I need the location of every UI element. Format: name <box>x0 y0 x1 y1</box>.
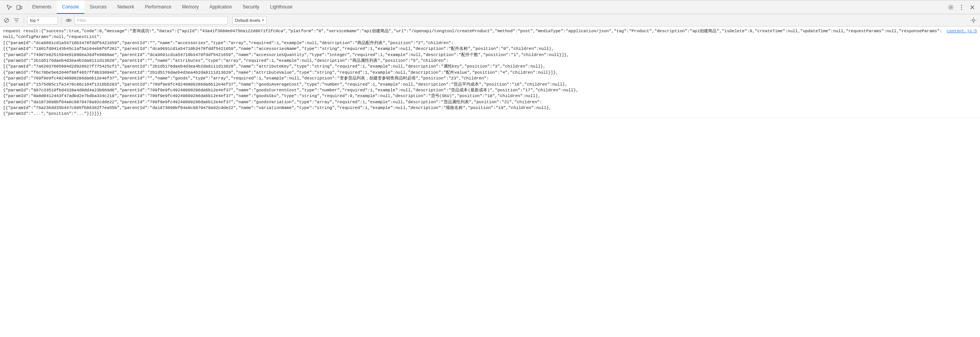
svg-point-2 <box>18 8 19 9</box>
console-source-link[interactable]: content.js:5 <box>947 28 977 34</box>
filter-icon[interactable] <box>12 16 21 25</box>
tab-bar-right-icons <box>943 0 980 14</box>
devtools-left-icons <box>2 0 27 14</box>
tab-memory[interactable]: Memory <box>177 0 204 14</box>
tab-console[interactable]: Console <box>57 0 84 14</box>
filter-input[interactable]: Filter <box>74 16 228 25</box>
toolbar-divider-2 <box>61 17 61 24</box>
console-log-entry: request result:{"success":true,"code":0,… <box>0 28 980 118</box>
device-mode-icon[interactable] <box>15 3 24 12</box>
tab-bar: Elements Console Sources Network Perform… <box>0 0 980 14</box>
more-options-icon[interactable] <box>957 3 966 12</box>
tab-performance[interactable]: Performance <box>140 0 177 14</box>
console-log-text: request result:{"success":true,"code":0,… <box>3 28 944 117</box>
svg-point-9 <box>973 19 975 21</box>
svg-point-8 <box>68 20 69 21</box>
tab-lighthouse[interactable]: Lighthouse <box>265 0 298 14</box>
console-output[interactable]: request result:{"success":true,"code":0,… <box>0 26 980 337</box>
svg-point-4 <box>961 5 962 5</box>
tab-network[interactable]: Network <box>112 0 140 14</box>
settings-icon[interactable] <box>946 3 955 12</box>
toolbar-divider-1 <box>24 17 24 24</box>
log-level-selector[interactable]: Default levels ▾ <box>232 16 266 25</box>
tab-sources[interactable]: Sources <box>84 0 112 14</box>
console-toolbar: top ▾ Filter Default levels ▾ <box>0 14 980 26</box>
clear-console-icon[interactable] <box>2 16 11 25</box>
devtools-panel: Elements Console Sources Network Perform… <box>0 0 980 337</box>
tab-security[interactable]: Security <box>237 0 265 14</box>
close-devtools-icon[interactable] <box>968 3 977 12</box>
context-selector[interactable]: top ▾ <box>27 16 58 25</box>
toolbar-right-space <box>969 16 978 25</box>
svg-point-3 <box>950 6 952 8</box>
tab-elements[interactable]: Elements <box>27 0 57 14</box>
svg-rect-1 <box>20 6 22 9</box>
console-settings-icon[interactable] <box>969 16 978 25</box>
tab-application[interactable]: Application <box>204 0 237 14</box>
svg-point-5 <box>961 7 962 7</box>
svg-point-6 <box>961 8 962 9</box>
show-hidden-icon[interactable] <box>64 16 73 25</box>
inspect-icon[interactable] <box>5 3 14 12</box>
